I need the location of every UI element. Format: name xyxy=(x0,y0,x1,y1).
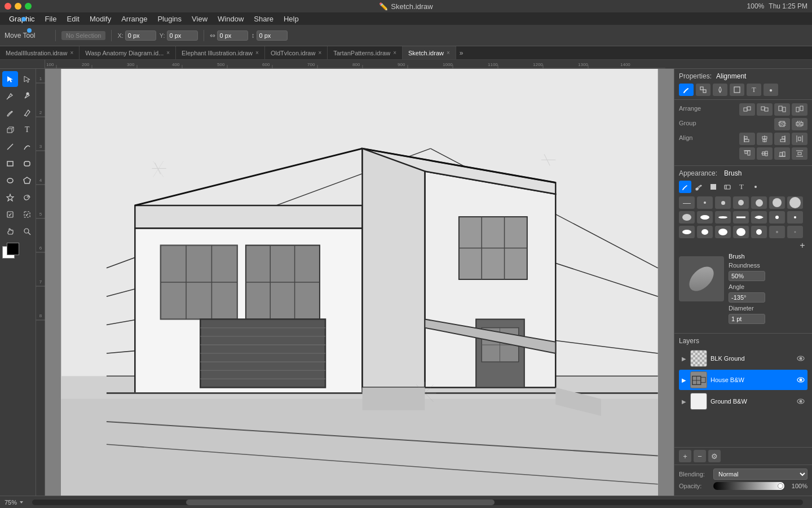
brush-dot-m[interactable] xyxy=(733,196,749,209)
menu-help[interactable]: Help xyxy=(279,14,303,24)
angle-input[interactable] xyxy=(729,292,765,303)
brush-add-button[interactable]: + xyxy=(797,240,807,251)
layer-expand-ground[interactable]: ▶ xyxy=(681,398,687,405)
align-distribute-h[interactable] xyxy=(792,133,807,145)
line-tool[interactable] xyxy=(2,139,18,155)
height-input[interactable] xyxy=(257,30,288,41)
brush-shape-fill2[interactable] xyxy=(697,226,713,238)
arrange-btn-4[interactable] xyxy=(792,103,807,116)
brush-dot-none[interactable]: — xyxy=(679,196,695,209)
diameter-input[interactable] xyxy=(729,314,765,324)
polygon-tool[interactable] xyxy=(19,173,35,189)
appearance-paint-icon[interactable] xyxy=(693,181,705,193)
appearance-text-icon[interactable]: T xyxy=(735,181,748,193)
brush-dot-s[interactable] xyxy=(715,196,731,209)
freehand-tool[interactable] xyxy=(2,207,18,222)
layer-house-bw[interactable]: ▶ House B&W xyxy=(679,370,807,390)
tab-elephant-close[interactable]: × xyxy=(255,50,259,56)
layer-delete-button[interactable]: − xyxy=(694,450,706,462)
brush-shape-smaldot[interactable] xyxy=(769,226,785,238)
y-input[interactable] xyxy=(167,30,198,41)
appearance-brush-icon[interactable] xyxy=(679,181,691,193)
roundness-input[interactable] xyxy=(729,271,765,281)
menu-file[interactable]: File xyxy=(41,14,61,24)
appearance-fill-icon[interactable] xyxy=(707,181,720,193)
close-button[interactable] xyxy=(5,3,11,10)
brush-shape-fill1[interactable] xyxy=(679,226,695,238)
panel-tab-brush[interactable] xyxy=(679,84,694,96)
spiral-tool[interactable] xyxy=(19,190,35,205)
select-tool[interactable] xyxy=(2,71,18,87)
brush-shape-tapered[interactable] xyxy=(751,211,767,224)
zoom-tool[interactable] xyxy=(19,224,35,239)
appearance-erase-icon[interactable] xyxy=(721,181,734,193)
hand-tool[interactable] xyxy=(2,224,18,239)
shape-3d-tool[interactable] xyxy=(2,122,18,138)
canvas-area[interactable] xyxy=(45,69,674,496)
layer-add-button[interactable]: + xyxy=(679,450,691,462)
align-bottom[interactable] xyxy=(774,147,790,160)
group-btn-2[interactable] xyxy=(792,118,807,130)
arrange-btn-1[interactable] xyxy=(739,103,755,116)
align-center-h[interactable] xyxy=(757,133,773,145)
knife-tool[interactable] xyxy=(19,207,35,222)
opacity-handle[interactable] xyxy=(778,483,783,489)
brush-tool[interactable] xyxy=(2,105,18,121)
pen-tool[interactable] xyxy=(2,88,18,104)
layer-blk-ground[interactable]: ▶ BLK Ground xyxy=(679,348,807,369)
x-input[interactable] xyxy=(125,30,156,41)
arrange-btn-3[interactable] xyxy=(774,103,790,116)
brush-shape-smaldot2[interactable] xyxy=(787,226,803,238)
layer-expand-blk[interactable]: ▶ xyxy=(681,356,687,362)
group-btn-1[interactable] xyxy=(774,118,790,130)
tabs-overflow[interactable]: » xyxy=(456,46,467,59)
arc-tool[interactable] xyxy=(19,139,35,155)
menu-plugins[interactable]: Plugins xyxy=(153,14,186,24)
menu-edit[interactable]: Edit xyxy=(62,14,83,24)
brush-shape-oval[interactable] xyxy=(697,211,713,224)
align-middle-v[interactable] xyxy=(757,147,773,160)
align-distribute-v[interactable] xyxy=(792,147,807,160)
minimize-button[interactable] xyxy=(15,3,21,10)
blending-select[interactable]: Normal Multiply Screen Overlay Darken Li… xyxy=(713,468,807,480)
brush-shape-line[interactable] xyxy=(733,211,749,224)
tab-sketch-close[interactable]: × xyxy=(447,50,450,56)
brush-shape-thin[interactable] xyxy=(715,211,731,224)
tab-medal[interactable]: MedalIllustration.idraw × xyxy=(0,46,80,59)
stroke-color[interactable] xyxy=(7,243,19,255)
rounded-rect-tool[interactable] xyxy=(19,156,35,172)
panel-tab-stroke[interactable] xyxy=(730,84,744,96)
tab-wasp[interactable]: Wasp Anatomy Diagram.id... × xyxy=(80,46,176,59)
menu-share[interactable]: Share xyxy=(249,14,278,24)
panel-tab-text[interactable]: T xyxy=(747,84,761,96)
panel-tab-more[interactable]: ● xyxy=(764,84,778,96)
align-right[interactable] xyxy=(774,133,790,145)
width-input[interactable] xyxy=(217,30,248,41)
maximize-button[interactable] xyxy=(25,3,32,10)
brush-shape-dot3[interactable] xyxy=(751,226,767,238)
tab-medal-close[interactable]: × xyxy=(70,50,73,56)
layer-ground-bw[interactable]: ▶ Ground B&W xyxy=(679,391,807,411)
opacity-slider[interactable] xyxy=(713,482,784,490)
menu-arrange[interactable]: Arrange xyxy=(117,14,152,24)
node-tool[interactable] xyxy=(19,88,35,104)
panel-tab-arrange[interactable] xyxy=(696,84,710,96)
tab-oldtv-close[interactable]: × xyxy=(318,50,321,56)
scrollbar-thumb[interactable] xyxy=(186,500,495,505)
text-tool[interactable]: T xyxy=(19,122,35,138)
ellipse-tool[interactable] xyxy=(2,173,18,189)
menu-view[interactable]: View xyxy=(187,14,212,24)
traffic-lights[interactable] xyxy=(5,3,32,10)
menu-modify[interactable]: Modify xyxy=(85,14,116,24)
layer-eye-blk[interactable] xyxy=(796,354,805,363)
scrollbar-h[interactable] xyxy=(32,500,803,505)
tab-tartan-close[interactable]: × xyxy=(393,50,396,56)
direct-select-tool[interactable] xyxy=(19,71,35,87)
rect-tool[interactable] xyxy=(2,156,18,172)
tab-wasp-close[interactable]: × xyxy=(166,50,170,56)
tab-sketch[interactable]: Sketch.idraw × xyxy=(403,46,456,59)
brush-shape-round[interactable] xyxy=(679,211,695,224)
brush-shape-dot1[interactable] xyxy=(769,211,785,224)
brush-dot-xl[interactable] xyxy=(769,196,785,209)
star-tool[interactable] xyxy=(2,190,18,205)
